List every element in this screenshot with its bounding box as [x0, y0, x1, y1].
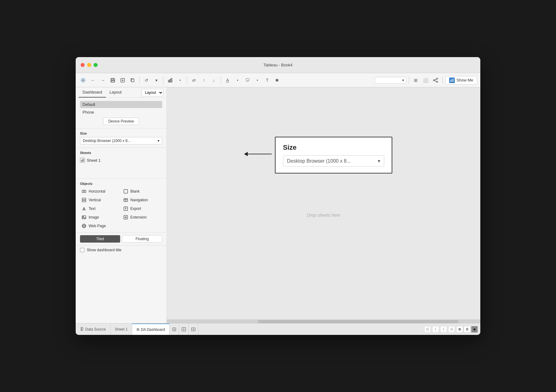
toolbar: ← → ↺ ▾ [76, 73, 480, 87]
tooltip-dropdown-value: Desktop Browser (1000 x 8... [287, 158, 351, 164]
duplicate-icon[interactable] [128, 76, 137, 85]
tab-bar: 🗄 Data Source Sheet 1 ⊞ DA Dashboard [76, 323, 480, 335]
show-title-checkbox[interactable] [80, 248, 84, 252]
tab-da-dashboard[interactable]: ⊞ DA Dashboard [132, 323, 170, 335]
device-default[interactable]: Default [80, 101, 162, 108]
list-view-btn[interactable]: ☰ [464, 326, 470, 333]
image-label: Image [89, 215, 99, 219]
blank-icon [123, 189, 128, 194]
share-icon[interactable] [431, 76, 440, 85]
add-dashboard-btn[interactable] [179, 323, 189, 335]
tab-data-source[interactable]: 🗄 Data Source [76, 323, 111, 335]
chart-type-icon[interactable] [166, 76, 175, 85]
size-section: Size Desktop Browser (1000 x 8... ▾ [76, 128, 166, 148]
size-label: Size [80, 131, 162, 135]
floating-button[interactable]: Floating [122, 235, 162, 243]
grid-icon[interactable]: ⊞ [411, 76, 420, 85]
object-blank[interactable]: Blank [122, 188, 162, 195]
maximize-button[interactable] [94, 63, 98, 67]
field-dropdown-arrow: ▾ [402, 78, 404, 82]
save-icon[interactable] [108, 76, 117, 85]
first-tab-btn[interactable]: ⟨⟨ [424, 326, 431, 333]
highlight-icon[interactable]: A̲ [223, 76, 232, 85]
da-dashboard-label: DA Dashboard [141, 327, 165, 332]
vertical-label: Vertical [89, 198, 101, 202]
object-image[interactable]: Image [80, 214, 120, 221]
svg-rect-34 [82, 200, 86, 202]
extension-label: Extension [130, 215, 147, 219]
objects-section: Objects Horizontal [76, 179, 166, 233]
tooltip-size-title: Size [283, 144, 384, 152]
add-story-btn[interactable] [189, 323, 198, 335]
tooltip-box: Size Desktop Browser (1000 x 8... ▾ [275, 137, 392, 173]
svg-rect-40 [82, 216, 86, 219]
device-preview-button[interactable]: Device Preview [103, 118, 139, 125]
image-icon [81, 215, 87, 220]
highlight-dropdown[interactable]: ▾ [233, 76, 242, 85]
window-title: Tableau - Book4 [263, 63, 293, 67]
field-dropdown[interactable]: ▾ [375, 77, 406, 84]
solid-view-btn[interactable]: ■ [471, 326, 478, 333]
separator2 [163, 77, 163, 84]
tableau-logo-icon[interactable] [79, 76, 87, 85]
tab-layout[interactable]: Layout [106, 87, 125, 98]
svg-rect-4 [81, 78, 82, 79]
object-export[interactable]: Export [122, 205, 162, 212]
view-buttons: ⊞ ☰ ■ [456, 326, 478, 333]
show-title-row: Show dashboard title [76, 245, 166, 255]
object-webpage[interactable]: Web Page [80, 223, 120, 229]
redo-dropdown-icon[interactable]: ▾ [152, 76, 161, 85]
sheet-item-1[interactable]: Sheet 1 [80, 157, 162, 163]
device-phone[interactable]: Phone [80, 109, 162, 116]
svg-rect-27 [81, 160, 82, 161]
object-vertical[interactable]: Vertical [80, 197, 120, 203]
annotation-icon[interactable]: ✱ [273, 76, 281, 85]
show-me-button[interactable]: Show Me [445, 76, 477, 85]
back-icon[interactable]: ← [89, 76, 97, 85]
sheets-section: Sheets Sheet 1 [76, 148, 166, 179]
object-extension[interactable]: Extension [122, 214, 162, 221]
sheet1-label: Sheet 1 [87, 158, 101, 163]
tab-sheet1[interactable]: Sheet 1 [111, 323, 132, 335]
size-dropdown[interactable]: Desktop Browser (1000 x 8... ▾ [80, 137, 162, 144]
present-icon[interactable]: ⬜ [421, 76, 430, 85]
close-button[interactable] [81, 63, 85, 67]
show-me-icon [449, 77, 455, 83]
minimize-button[interactable] [87, 63, 91, 67]
canvas-scrollbar[interactable] [167, 319, 480, 323]
sort-asc-icon[interactable]: ↑ [200, 76, 208, 85]
tooltip-dropdown[interactable]: ▾ [253, 76, 262, 85]
object-navigation[interactable]: Navigation [122, 197, 162, 203]
layout-select[interactable]: Layout [141, 89, 163, 96]
object-horizontal[interactable]: Horizontal [80, 188, 120, 195]
sort-desc-icon[interactable]: ↓ [209, 76, 218, 85]
title-bar: Tableau - Book4 [76, 57, 480, 73]
window-controls [81, 63, 98, 67]
tab-dashboard[interactable]: Dashboard [79, 87, 106, 98]
new-sheet-icon[interactable] [118, 76, 127, 85]
svg-point-20 [433, 80, 435, 81]
separator3 [187, 77, 187, 84]
object-text[interactable]: A Text [80, 205, 120, 212]
prev-tab-btn[interactable]: ⟨ [432, 326, 439, 333]
svg-line-23 [435, 81, 436, 81]
canvas-inner: Size Desktop Browser (1000 x 8... ▾ Drop… [167, 87, 480, 319]
chart-dropdown-icon[interactable]: ▾ [176, 76, 184, 85]
add-sheet-btn[interactable] [170, 323, 179, 335]
tooltip-size-dropdown[interactable]: Desktop Browser (1000 x 8... ▾ [283, 155, 384, 167]
export-label: Export [130, 206, 141, 211]
canvas-area: Size Desktop Browser (1000 x 8... ▾ Drop… [167, 87, 480, 323]
application-window: Tableau - Book4 ← → [76, 57, 480, 335]
tooltip-icon[interactable]: 🗨 [243, 76, 252, 85]
last-tab-btn[interactable]: ⟩⟩ [448, 326, 455, 333]
forward-icon[interactable]: → [99, 76, 107, 85]
tiled-button[interactable]: Tiled [80, 235, 120, 243]
next-tab-btn[interactable]: ⟩ [440, 326, 447, 333]
label-icon[interactable]: T [263, 76, 272, 85]
navigation-icon [123, 197, 128, 203]
svg-rect-0 [83, 78, 83, 80]
swap-icon[interactable]: ⇄ [190, 76, 198, 85]
undo-icon[interactable]: ↺ [142, 76, 151, 85]
grid-view-btn[interactable]: ⊞ [456, 326, 463, 333]
svg-rect-24 [450, 80, 451, 82]
